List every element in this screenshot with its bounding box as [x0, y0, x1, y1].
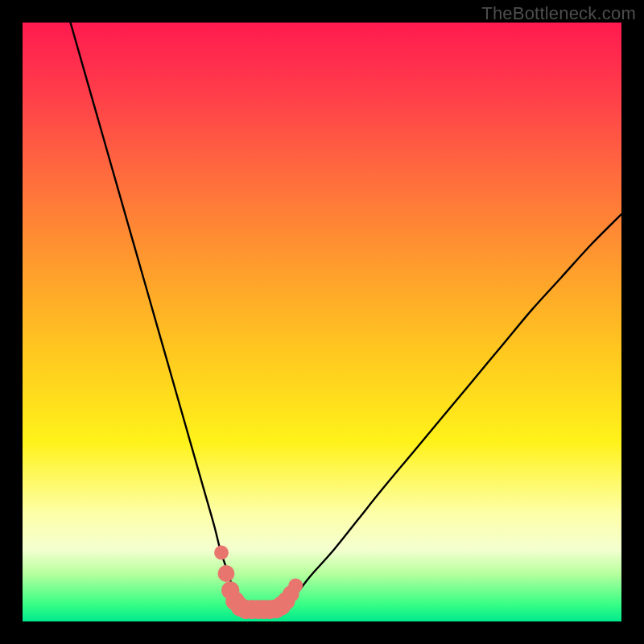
- highlight-dot: [288, 578, 303, 592]
- watermark-text: TheBottleneck.com: [481, 3, 636, 24]
- highlight-dot: [218, 565, 235, 582]
- chart-frame: TheBottleneck.com: [0, 0, 644, 644]
- highlight-dots: [214, 546, 303, 620]
- plot-area: [23, 23, 621, 621]
- bottleneck-curve: [71, 23, 621, 609]
- curve-layer: [23, 23, 621, 621]
- highlight-dot: [214, 546, 229, 560]
